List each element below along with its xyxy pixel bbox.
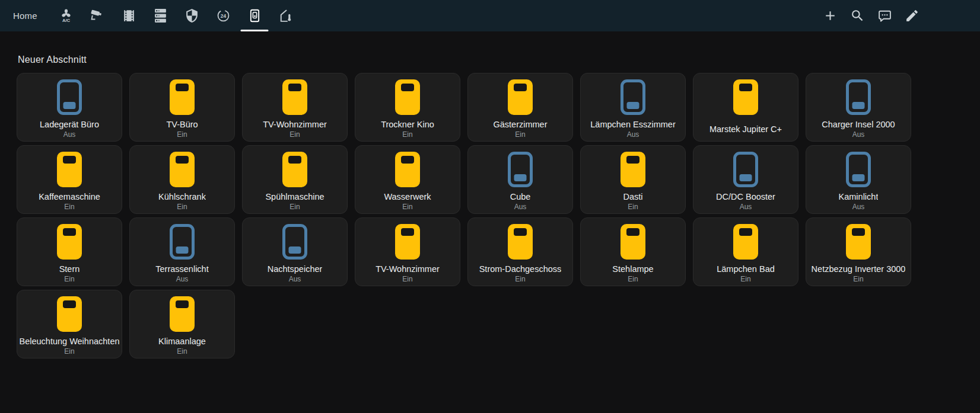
device-text: Gästerzimmer Ein [468,118,572,140]
smart-plug-icon [846,79,871,115]
device-state: Aus [852,203,865,212]
device-card[interactable]: Kühlschrank Ein [129,145,235,214]
device-text: Spühlmaschine Ein [243,190,347,213]
tab-socket[interactable] [239,0,271,31]
device-card[interactable]: Kaminlicht Aus [806,145,911,214]
device-name: Spühlmaschine [265,191,324,202]
device-text: Kaffeemaschine Ein [17,190,122,213]
plus-button[interactable] [819,5,841,27]
smart-plug-icon [621,152,645,187]
device-name: Kaffeemaschine [39,191,100,202]
smart-plug-icon [395,79,420,115]
device-text: Lämpchen Esszimmer Aus [581,118,685,140]
device-card[interactable]: TV-Wohnzimmer Ein [242,73,348,142]
device-text: Stern Ein [17,262,122,285]
smart-plug-icon [621,224,645,260]
device-name: TV-Wohnzimmer [263,119,327,130]
device-name: Lämpchen Esszimmer [590,119,675,130]
device-card[interactable]: Lämpchen Esszimmer Aus [580,73,686,142]
tab-server[interactable] [145,0,176,31]
device-state: Ein [64,203,74,212]
device-card[interactable]: Lämpchen Bad Ein [693,217,798,286]
device-text: Marstek Jupiter C+ [693,118,798,140]
dashboard-view: Neuer Abschnitt Ladegerät Büro Aus TV-Bü… [0,55,980,358]
device-text: Cube Aus [468,190,572,213]
device-text: DC/DC Booster Aus [693,190,798,213]
device-card[interactable]: Kaffeemaschine Ein [17,145,122,214]
smart-plug-icon [733,152,758,187]
device-card[interactable]: Ladegerät Büro Aus [17,73,122,142]
device-card[interactable]: Stehlampe Ein [580,217,686,286]
tab-hours-24[interactable]: 24 [208,0,239,31]
tab-cctv[interactable] [82,0,113,31]
device-state: Ein [64,347,74,356]
device-state: Aus [63,130,76,139]
device-card[interactable]: Marstek Jupiter C+ [693,73,798,142]
device-name: DC/DC Booster [716,191,775,202]
device-card[interactable]: DC/DC Booster Aus [693,145,798,214]
hours-24-icon: 24 [216,8,231,23]
device-state: Aus [852,130,865,139]
tab-shield[interactable] [176,0,208,31]
smart-plug-icon [57,79,82,115]
smart-plug-icon [57,152,82,187]
device-state: Ein [628,275,638,284]
device-name: Cube [510,191,531,202]
device-card[interactable]: Terrassenlicht Aus [129,217,235,286]
device-card[interactable]: TV-Büro Ein [129,73,235,142]
device-state: Ein [289,203,300,212]
assist-button[interactable] [873,5,896,27]
device-text: Klimaanlage Ein [130,335,234,357]
device-state: Ein [853,275,863,284]
device-name: Netzbezug Inverter 3000 [812,264,906,274]
smart-plug-icon [733,224,758,260]
device-card[interactable]: TV-Wohnzimmer Ein [355,217,460,286]
header-actions [819,5,923,27]
device-card[interactable]: Spühlmaschine Ein [242,145,348,214]
smart-plug-icon [846,224,871,260]
device-card[interactable]: Stern Ein [17,217,122,286]
device-card[interactable]: Netzbezug Inverter 3000 Ein [806,217,911,286]
device-name: Strom-Dachgeschoss [479,264,562,274]
smart-plug-icon [170,79,195,115]
smart-plug-icon [57,224,82,260]
device-name: Stern [59,264,80,274]
smart-plug-icon [395,152,420,187]
device-card[interactable]: Wasserwerk Ein [355,145,460,214]
tab-fan-ac[interactable]: A/C [50,0,82,31]
device-state: Ein [289,130,300,139]
smart-plug-icon [733,79,758,115]
device-card-grid: Ladegerät Büro Aus TV-Büro Ein TV-Wohnzi… [17,73,911,358]
device-text: TV-Wohnzimmer Ein [355,262,460,285]
device-card[interactable]: Cube Aus [467,145,573,214]
search-button[interactable] [846,5,868,27]
device-name: Beleuchtung Weihnachten [19,336,119,347]
tab-filmstrip[interactable] [113,0,145,31]
device-name: Stehlampe [612,264,653,274]
device-card[interactable]: Klimaanlage Ein [129,290,235,358]
svg-text:A/C: A/C [62,18,71,23]
edit-button[interactable] [901,5,923,27]
tab-home-thermometer[interactable] [271,0,302,31]
page-title: Home [0,11,50,21]
device-card[interactable]: Nachtspeicher Aus [242,217,348,286]
device-text: Charger Insel 2000 Aus [806,118,911,140]
device-state: Ein [740,275,750,284]
smart-plug-icon [395,224,420,260]
device-card[interactable]: Dasti Ein [580,145,686,214]
device-state: Ein [628,203,638,212]
smart-plug-icon [282,79,307,115]
device-card[interactable]: Charger Insel 2000 Aus [806,73,911,142]
device-text: Ladegerät Büro Aus [17,118,122,140]
device-text: Wasserwerk Ein [355,190,460,213]
device-text: TV-Büro Ein [130,118,234,140]
device-card[interactable]: Strom-Dachgeschoss Ein [467,217,573,286]
smart-plug-icon [621,79,645,115]
device-name: TV-Wohnzimmer [376,264,440,274]
device-card[interactable]: Trockner Kino Ein [355,73,460,142]
smart-plug-icon [57,296,82,332]
device-card[interactable]: Beleuchtung Weihnachten Ein [17,290,122,358]
device-state: Ein [515,130,525,139]
device-card[interactable]: Gästerzimmer Ein [467,73,573,142]
device-state: Aus [289,275,301,284]
